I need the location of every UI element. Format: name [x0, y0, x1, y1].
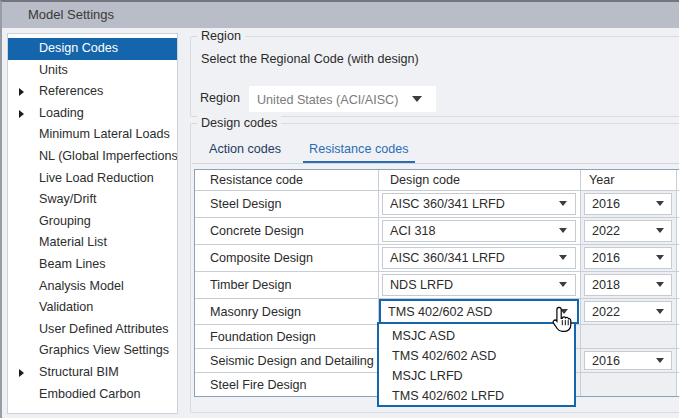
sidebar-item-label: Validation: [39, 300, 93, 314]
sidebar-item-label: Sway/Drift: [39, 192, 96, 206]
row-label: Masonry Design: [195, 299, 378, 324]
settings-sidebar: Design Codes Units References Loading Mi…: [7, 33, 178, 414]
chevron-down-icon: [559, 282, 567, 287]
design-code-dropdown[interactable]: ACI 318: [382, 220, 576, 242]
sidebar-item-grouping[interactable]: Grouping: [8, 211, 177, 233]
year-dropdown[interactable]: 2016: [584, 193, 672, 215]
sidebar-item-label: Structural BIM: [39, 365, 119, 379]
year-dropdown[interactable]: 2016: [584, 351, 672, 370]
sidebar-item-material-list[interactable]: Material List: [8, 232, 177, 254]
year-dropdown[interactable]: 2018: [584, 274, 672, 296]
tab-resistance-codes[interactable]: Resistance codes: [303, 138, 414, 164]
dropdown-value: 2022: [592, 302, 620, 321]
region-groupbox: Region Select the Regional Code (with de…: [190, 36, 679, 117]
region-description: Select the Regional Code (with design): [201, 52, 419, 66]
sidebar-item-label: Design Codes: [39, 41, 118, 55]
sidebar-item-label: Units: [39, 63, 68, 77]
year-dropdown[interactable]: 2022: [584, 301, 672, 322]
chevron-down-icon: [656, 228, 664, 233]
sidebar-item-loading[interactable]: Loading: [8, 103, 177, 125]
chevron-down-icon: [656, 255, 664, 260]
year-dropdown[interactable]: 2016: [584, 247, 672, 269]
sidebar-item-sway-drift[interactable]: Sway/Drift: [8, 189, 177, 211]
dropdown-option-msjc-lrfd[interactable]: MSJC LRFD: [379, 366, 574, 386]
chevron-down-icon: [559, 201, 567, 206]
dropdown-value: AISC 360/341 LRFD: [390, 248, 505, 268]
row-label: Seismic Design and Detailing: [195, 349, 378, 372]
design-code-dropdown[interactable]: NDS LRFD: [382, 274, 576, 296]
chevron-down-icon: [656, 309, 664, 314]
dropdown-value: AISC 360/341 LRFD: [390, 194, 505, 214]
sidebar-item-analysis-model[interactable]: Analysis Model: [8, 276, 177, 298]
sidebar-item-user-defined-attributes[interactable]: User Defined Attributes: [8, 319, 177, 341]
title-bar: Model Settings: [2, 2, 679, 28]
design-code-dropdown[interactable]: AISC 360/341 LRFD: [382, 193, 576, 215]
sidebar-item-label: Material List: [39, 235, 107, 249]
table-row-masonry-design: Masonry Design TMS 402/602 ASD 2022: [195, 298, 679, 324]
sidebar-item-label: Grouping: [39, 214, 91, 228]
sidebar-item-units[interactable]: Units: [8, 60, 177, 82]
table-row-steel-design: Steel Design AISC 360/341 LRFD 2016: [195, 190, 679, 217]
column-header-design-code: Design code: [378, 170, 580, 190]
settings-content-panel: Region Select the Regional Code (with de…: [184, 29, 679, 418]
dropdown-value: TMS 402/602 ASD: [388, 301, 492, 322]
sidebar-item-beam-lines[interactable]: Beam Lines: [8, 254, 177, 276]
table-row-concrete-design: Concrete Design ACI 318 2022: [195, 217, 679, 244]
table-row-composite-design: Composite Design AISC 360/341 LRFD 2016: [195, 244, 679, 271]
sidebar-item-nl-global-imperfections[interactable]: NL (Global Imperfections): [8, 146, 177, 168]
region-field-label: Region: [200, 91, 240, 105]
design-codes-groupbox-title: Design codes: [197, 116, 281, 130]
region-groupbox-title: Region: [197, 29, 245, 43]
row-label: Composite Design: [195, 245, 378, 271]
row-label: Concrete Design: [195, 218, 378, 244]
sidebar-item-label: Loading: [39, 106, 84, 120]
row-label: Foundation Design: [195, 325, 378, 348]
region-dropdown[interactable]: United States (ACI/AISC): [249, 86, 436, 112]
chevron-down-icon: [656, 201, 664, 206]
sidebar-item-embodied-carbon[interactable]: Embodied Carbon: [8, 384, 177, 406]
chevron-down-icon: [559, 255, 567, 260]
year-dropdown[interactable]: 2022: [584, 220, 672, 242]
dropdown-value: 2016: [592, 194, 620, 214]
dropdown-value: 2022: [592, 221, 620, 241]
expand-arrow-icon[interactable]: [19, 110, 24, 118]
sidebar-item-label: Embodied Carbon: [39, 387, 141, 401]
dropdown-value: 2018: [592, 275, 620, 295]
sidebar-item-references[interactable]: References: [8, 81, 177, 103]
sidebar-item-validation[interactable]: Validation: [8, 297, 177, 319]
sidebar-item-graphics-view-settings[interactable]: Graphics View Settings: [8, 340, 177, 362]
tab-action-codes[interactable]: Action codes: [203, 138, 287, 161]
dropdown-option-tms-402-602-lrfd[interactable]: TMS 402/602 LRFD: [379, 386, 574, 406]
chevron-down-icon: [656, 282, 664, 287]
chevron-down-icon: [559, 228, 567, 233]
hand-cursor-icon: [550, 306, 572, 338]
dropdown-option-tms-402-602-asd[interactable]: TMS 402/602 ASD: [379, 346, 574, 366]
sidebar-item-minimum-lateral-loads[interactable]: Minimum Lateral Loads: [8, 124, 177, 146]
row-label: Timber Design: [195, 272, 378, 298]
sidebar-item-live-load-reduction[interactable]: Live Load Reduction: [8, 168, 177, 190]
sidebar-item-structural-bim[interactable]: Structural BIM: [8, 362, 177, 384]
sidebar-item-label: Live Load Reduction: [39, 171, 154, 185]
dropdown-value: 2016: [592, 248, 620, 268]
expand-arrow-icon[interactable]: [19, 369, 24, 377]
sidebar-item-design-codes[interactable]: Design Codes: [8, 38, 177, 60]
sidebar-item-label: References: [39, 84, 103, 98]
design-codes-tabs: Action codesResistance codes: [203, 138, 431, 163]
dropdown-value: NDS LRFD: [390, 275, 453, 295]
row-label: Steel Fire Design: [195, 373, 378, 396]
sidebar-item-label: User Defined Attributes: [39, 322, 169, 336]
column-header-resistance-code: Resistance code: [195, 170, 378, 190]
dropdown-value: ACI 318: [390, 221, 436, 241]
table-header-row: Resistance code Design code Year: [195, 170, 679, 190]
masonry-design-dropdown-list: MSJC ASD TMS 402/602 ASD MSJC LRFD TMS 4…: [377, 322, 576, 407]
column-header-year: Year: [580, 170, 676, 190]
dropdown-option-msjc-asd[interactable]: MSJC ASD: [379, 326, 574, 346]
sidebar-item-label: Graphics View Settings: [39, 343, 169, 357]
masonry-design-code-dropdown-open[interactable]: TMS 402/602 ASD: [379, 299, 579, 324]
expand-arrow-icon[interactable]: [19, 88, 24, 96]
region-dropdown-value: United States (ACI/AISC): [257, 93, 398, 107]
chevron-down-icon: [656, 358, 664, 363]
sidebar-item-label: Minimum Lateral Loads: [39, 127, 170, 141]
design-code-dropdown[interactable]: AISC 360/341 LRFD: [382, 247, 576, 269]
table-row-timber-design: Timber Design NDS LRFD 2018: [195, 271, 679, 298]
